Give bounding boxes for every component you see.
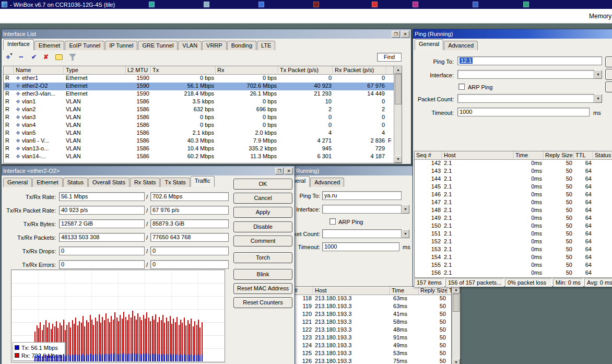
iflist-tab-eoip-tunnel[interactable]: EoIP Tunnel [65, 41, 104, 50]
iflist-column-header-3[interactable]: L2 MTU [126, 66, 151, 75]
timeout-input[interactable]: 1000 [457, 108, 590, 116]
ping-row[interactable]: 126213.180.193.375ms50 [281, 358, 451, 364]
maximize-icon[interactable]: ❐ [392, 31, 400, 38]
chevron-down-icon[interactable]: ▼ [594, 70, 602, 79]
chevron-down-icon[interactable]: ▼ [402, 229, 409, 238]
scroll-thumb[interactable] [453, 294, 460, 312]
ping-row[interactable]: 1462.10ms5064 [415, 191, 612, 199]
pingm-column-header-host[interactable]: Host [313, 287, 390, 295]
iflist-column-header-0[interactable] [4, 66, 14, 75]
packet-count-input[interactable] [322, 229, 402, 238]
ping-row[interactable]: 1552.10ms5064 [415, 262, 612, 269]
interface-row[interactable]: R❖vlan14-...VLAN158660.2 Mbps11.3 Mbps6 … [4, 153, 402, 161]
taskbar-item[interactable] [372, 2, 378, 7]
clipped-button[interactable] [605, 56, 612, 67]
iflist-tab-ethernet[interactable]: Ethernet [34, 41, 65, 50]
iflist-tab-bonding[interactable]: Bonding [227, 41, 256, 50]
packet-count-input[interactable] [457, 94, 594, 103]
ping-row[interactable]: 122213.180.193.348ms50 [281, 326, 451, 334]
iflist-column-header-5[interactable]: Rx [216, 66, 278, 75]
blink-button[interactable]: Blink [233, 269, 292, 280]
ping-row[interactable]: 1532.10ms5064 [415, 246, 612, 254]
iflist-tab-vlan[interactable]: VLAN [178, 41, 202, 50]
ping-row[interactable]: 1472.10ms5064 [415, 199, 612, 207]
torch-button[interactable]: Torch [233, 252, 292, 263]
scroll-thumb[interactable] [395, 74, 402, 104]
scroll-down-icon[interactable]: ▼ [452, 359, 460, 364]
ping-row[interactable]: 1442.10ms5064 [415, 175, 612, 183]
iflist-column-header-4[interactable]: Tx [151, 66, 216, 75]
cancel-button[interactable]: Cancel [233, 193, 292, 204]
iflist-tab-ip-tunnel[interactable]: IP Tunnel [105, 41, 137, 50]
taskbar-item[interactable] [473, 2, 478, 7]
close-icon[interactable]: ✕ [401, 31, 409, 38]
arp-ping-checkbox[interactable] [458, 84, 465, 90]
interface-row[interactable]: R❖vlan6 - V...VLAN158640.3 Mbps7.9 Mbps4… [4, 137, 402, 145]
interface-input[interactable] [457, 70, 594, 79]
disable-button[interactable]: Disable [233, 221, 292, 232]
scroll-down-icon[interactable]: ▼ [394, 156, 402, 163]
reset-mac-address-button[interactable]: Reset MAC Address [233, 283, 292, 294]
remove-button[interactable]: − [19, 52, 23, 61]
chevron-down-icon[interactable]: ▼ [594, 94, 602, 103]
ping-row[interactable]: 1452.10ms5064 [415, 183, 612, 191]
ping-row[interactable]: 1502.10ms5064 [415, 222, 612, 230]
taskbar-window-title[interactable]: - WinBox v6.7 on CCR1036-12G-4S (tile) [10, 2, 115, 8]
ping-row[interactable]: 118213.180.193.363ms50 [281, 295, 451, 303]
comment-button[interactable]: Comment [233, 236, 292, 246]
comment-icon[interactable] [55, 54, 63, 60]
pingr-tab-general[interactable]: General [415, 39, 443, 50]
pingm-tab-advanced[interactable]: Advanced [310, 178, 344, 187]
iflist-column-header-2[interactable]: Type [64, 66, 126, 75]
clipped-button[interactable] [605, 81, 612, 92]
ping-row[interactable]: 124213.180.193.349ms50 [281, 342, 451, 350]
iflist-column-header-7[interactable]: Rx Packet (p/s) [333, 66, 386, 75]
ping-row[interactable]: 1522.10ms5064 [415, 238, 612, 246]
taskbar-item[interactable] [204, 2, 209, 7]
chevron-down-icon[interactable]: ▼ [402, 205, 409, 214]
interface-row[interactable]: R❖vlan13-o...VLAN158610.4 Mbps335.2 kbps… [4, 145, 402, 153]
interface-row[interactable]: R❖vlan2VLAN1586632 bps696 bps22 [4, 106, 402, 114]
interface-row[interactable]: R❖vlan5VLAN15862.1 kbps2.0 kbps44 [4, 130, 402, 137]
interface-row[interactable]: R❖vlan4VLAN15860 bps0 bps00 [4, 122, 402, 130]
ping-to-input[interactable]: ya.ru [322, 191, 402, 200]
ping-row[interactable]: 1542.10ms5064 [415, 254, 612, 262]
taskbar-item[interactable] [313, 2, 319, 7]
iflist-tab-interface[interactable]: Interface [3, 39, 34, 50]
apply-button[interactable]: Apply [233, 207, 292, 218]
interface-row[interactable]: R❖ether1Ethernet15900 bps0 bps00 [4, 75, 402, 83]
ping-titlebar[interactable]: Ping (Running) [413, 29, 612, 39]
taskbar-item[interactable] [149, 2, 155, 7]
ping-row[interactable]: 121213.180.193.358ms50 [281, 319, 451, 326]
interface-row[interactable]: R❖ether2-O2Ethernet159056.1 Mbps702.6 Mb… [4, 83, 402, 90]
disable-button[interactable]: ✘ [43, 53, 49, 61]
interface-row[interactable]: R❖ether3-vlan...Ethernet1590218.4 Mbps26… [4, 90, 402, 98]
pingr-column-header-status[interactable]: Status [593, 151, 612, 160]
interface-list-titlebar[interactable]: Interface List ❐ ✕ [2, 29, 411, 39]
taskbar-item[interactable] [523, 2, 529, 7]
pingm-column-header-reply-size[interactable]: Reply Size [419, 287, 448, 295]
filter-icon[interactable] [69, 54, 76, 61]
interface-row[interactable]: R❖vlan1VLAN15863.5 kbps0 bps100 [4, 98, 402, 106]
taskbar-item[interactable] [258, 2, 264, 7]
pingr-column-header-reply-size[interactable]: Reply Size [544, 151, 574, 160]
ping-row[interactable]: 1492.10ms5064 [415, 215, 612, 222]
pingr-tab-advanced[interactable]: Advanced [444, 41, 478, 50]
ping-row[interactable]: 120213.180.193.341ms50 [281, 311, 451, 319]
ping-to-input[interactable]: 12.1 [457, 56, 602, 65]
pingm-column-header-time[interactable]: Time [390, 287, 419, 295]
iflist-tab-gre-tunnel[interactable]: GRE Tunnel [138, 41, 178, 50]
find-button[interactable]: Find [377, 53, 402, 62]
iflist-tab-lte[interactable]: LTE [257, 41, 275, 50]
clipped-button[interactable] [605, 69, 612, 80]
taskbar-item[interactable] [413, 2, 418, 7]
ping-row[interactable]: 125213.180.193.353ms50 [281, 350, 451, 358]
enable-button[interactable]: ✔ [31, 53, 37, 61]
interface-row[interactable]: R❖vlan3VLAN15860 bps0 bps00 [4, 114, 402, 122]
scroll-up-icon[interactable]: ▲ [452, 286, 460, 293]
pingr-column-header-seq[interactable]: Seq # [415, 151, 442, 160]
timeout-input[interactable]: 1000 [322, 242, 399, 251]
ping-row[interactable]: 1422.10ms5064 [415, 160, 612, 168]
pingr-column-header-time[interactable]: Time [514, 151, 544, 160]
ping-row[interactable]: 1482.10ms5064 [415, 207, 612, 215]
